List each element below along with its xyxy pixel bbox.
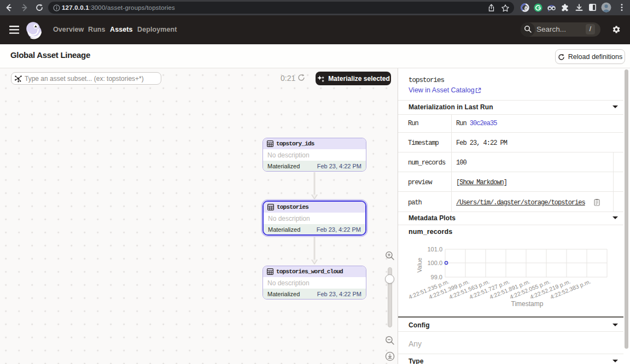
svg-text:100.0: 100.0 [427,260,442,266]
svg-text:Value: Value [416,257,423,272]
svg-text:99.0: 99.0 [431,274,442,280]
svg-text:101.0: 101.0 [427,246,442,253]
svg-text:Timestamp: Timestamp [511,300,544,308]
